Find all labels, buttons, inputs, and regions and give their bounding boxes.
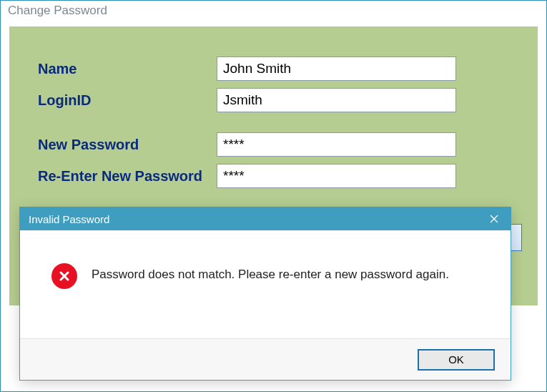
dialog-title: Invalid Password bbox=[29, 213, 109, 225]
label-name: Name bbox=[38, 61, 217, 77]
row-repw: Re-Enter New Password bbox=[38, 164, 509, 188]
label-loginid: LoginID bbox=[38, 92, 217, 109]
name-input[interactable] bbox=[217, 57, 456, 81]
loginid-input[interactable] bbox=[217, 88, 456, 112]
row-name: Name bbox=[38, 57, 509, 81]
row-newpw: New Password bbox=[38, 132, 509, 157]
window-title: Change Password bbox=[1, 1, 546, 21]
label-repw: Re-Enter New Password bbox=[38, 168, 217, 185]
label-newpw: New Password bbox=[38, 137, 217, 153]
ok-button[interactable]: OK bbox=[418, 349, 495, 371]
dialog-close-button[interactable] bbox=[478, 207, 511, 230]
close-icon bbox=[490, 213, 498, 225]
dialog-body: Password does not match. Please re-enter… bbox=[20, 230, 511, 338]
error-icon bbox=[51, 263, 77, 289]
newpw-input[interactable] bbox=[217, 132, 456, 157]
invalid-password-dialog: Invalid Password Password does not match… bbox=[19, 207, 511, 381]
change-password-window: Change Password Name LoginID New Passwor… bbox=[0, 0, 547, 392]
repw-input[interactable] bbox=[217, 164, 456, 188]
row-loginid: LoginID bbox=[38, 88, 509, 112]
dialog-message: Password does not match. Please re-enter… bbox=[92, 263, 449, 282]
dialog-titlebar: Invalid Password bbox=[20, 207, 511, 230]
dialog-footer: OK bbox=[20, 338, 511, 380]
